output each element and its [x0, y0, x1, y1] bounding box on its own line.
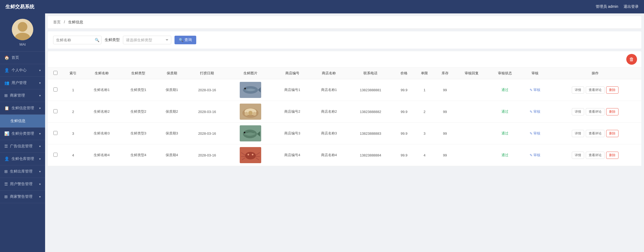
comment-button-0[interactable]: 查看评论 [586, 86, 605, 94]
detail-button-3[interactable]: 详情 [572, 152, 584, 159]
row-img-1 [227, 101, 274, 123]
row-check-0[interactable] [53, 87, 57, 92]
delete-button-1[interactable]: 删除 [606, 108, 618, 115]
fresh-category-icon: 📊 [4, 131, 9, 136]
edit-icon-1: ✎ [530, 110, 533, 114]
product-image-0 [240, 82, 261, 98]
delete-button-2[interactable]: 删除 [606, 130, 618, 137]
row-shelf-life-2: 保质期3 [157, 123, 187, 144]
row-audit-status-3: 通过 [488, 144, 521, 166]
col-stock: 库存 [435, 68, 455, 79]
sidebar-item-outbound[interactable]: ⊞ 生鲜出库管理 ▾ [0, 165, 45, 178]
row-stock-1: 99 [435, 101, 455, 123]
table-row: 2 生鲜名称2 生鲜类型2 保质期2 2028-03-16 商店编号2 商店名称… [48, 101, 641, 123]
status-badge-0: 通过 [501, 88, 508, 92]
row-audit-1[interactable]: ✎ 审核 [521, 101, 549, 123]
product-image-3 [240, 147, 261, 163]
sidebar-label-home: 首页 [12, 55, 19, 60]
query-button[interactable]: 🔍 查询 [174, 36, 196, 44]
logout-button[interactable]: 退出登录 [624, 4, 639, 9]
audit-link-3[interactable]: ✎ 审核 [523, 153, 547, 158]
comment-button-1[interactable]: 查看评论 [586, 108, 605, 115]
sidebar-item-warehouse[interactable]: 👤 生鲜仓库管理 ▾ [0, 153, 45, 165]
row-limit-0: 1 [414, 79, 435, 101]
sidebar-item-merchant-alert[interactable]: ⊞ 商家警告管理 ▾ [0, 191, 45, 203]
sidebar-item-ad-mgmt[interactable]: ☰ 广告信息管理 ▾ [0, 140, 45, 153]
delete-button-3[interactable]: 删除 [606, 152, 618, 159]
table-header-row: 索引 生鲜名称 生鲜类型 保质期 打捞日期 生鲜图片 商店编号 商店名称 联系电… [48, 68, 641, 79]
sidebar-item-profile[interactable]: 👤 个人中心 ▾ [0, 64, 45, 77]
comment-button-2[interactable]: 查看评论 [586, 130, 605, 137]
merchant-alert-icon: ⊞ [4, 194, 8, 199]
row-stock-0: 99 [435, 79, 455, 101]
sidebar-label-profile: 个人中心 [12, 68, 27, 73]
warehouse-icon: 👤 [4, 156, 9, 161]
app-title: 生鲜交易系统 [5, 3, 34, 10]
select-all-checkbox[interactable] [53, 71, 57, 75]
row-store-no-0: 商店编号1 [274, 79, 311, 101]
col-name: 生鲜名称 [83, 68, 120, 79]
status-badge-2: 通过 [501, 131, 508, 135]
sidebar-item-fresh-info[interactable]: 生鲜信息 [0, 115, 45, 127]
edit-icon-3: ✎ [530, 153, 533, 157]
content-area: 🔍 生鲜类型 请选择生鲜类型 🔍 查询 🗑 [45, 31, 644, 252]
sidebar-item-user-mgmt[interactable]: 👥 用户管理 ▾ [0, 77, 45, 89]
product-image-2 [240, 125, 261, 141]
row-check-3[interactable] [53, 153, 57, 157]
svg-point-1 [15, 33, 30, 40]
svg-point-24 [248, 154, 249, 155]
outbound-icon: ⊞ [4, 169, 8, 174]
row-phone-3: 13823888884 [347, 144, 394, 166]
chevron-down-icon6: ▾ [39, 145, 41, 148]
col-harvest-date: 打捞日期 [187, 68, 227, 79]
row-audit-2[interactable]: ✎ 审核 [521, 123, 549, 144]
row-phone-1: 13823888882 [347, 101, 394, 123]
col-audit: 审核 [521, 68, 549, 79]
audit-link-2[interactable]: ✎ 审核 [523, 131, 547, 136]
table-card: 🗑 索引 生鲜名称 生鲜类型 保质期 打捞日期 生鲜图片 商店编号 [48, 51, 641, 166]
col-checkbox [48, 68, 63, 79]
detail-button-1[interactable]: 详情 [572, 108, 584, 115]
chevron-down-icon7: ▾ [39, 157, 41, 161]
row-audit-reply-1 [455, 101, 488, 123]
search-name-input[interactable] [53, 36, 101, 44]
row-harvest-date-0: 2028-03-16 [187, 79, 227, 101]
detail-button-0[interactable]: 详情 [572, 86, 584, 94]
app-header: 生鲜交易系统 管理员 admin 退出登录 [0, 0, 644, 13]
row-actions-3: 详情 查看评论 删除 [549, 144, 641, 166]
col-audit-reply: 审核回复 [455, 68, 488, 79]
status-badge-3: 通过 [501, 153, 508, 157]
audit-link-0[interactable]: ✎ 审核 [523, 87, 547, 92]
row-store-no-1: 商店编号2 [274, 101, 311, 123]
row-check-2[interactable] [53, 131, 57, 135]
sidebar-item-user-alert[interactable]: ☰ 用户警告管理 ▾ [0, 178, 45, 191]
batch-delete-button[interactable]: 🗑 [626, 54, 637, 65]
delete-button-0[interactable]: 删除 [606, 86, 618, 94]
sidebar-item-fresh-info-mgmt[interactable]: 📋 生鲜信息管理 ▾ [0, 102, 45, 115]
row-audit-3[interactable]: ✎ 审核 [521, 144, 549, 166]
admin-label: 管理员 admin [596, 4, 618, 9]
type-label: 生鲜类型 [105, 38, 120, 42]
row-audit-0[interactable]: ✎ 审核 [521, 79, 549, 101]
audit-link-1[interactable]: ✎ 审核 [523, 109, 547, 114]
type-select[interactable]: 请选择生鲜类型 [123, 36, 171, 44]
row-type-1: 生鲜类型2 [120, 101, 157, 123]
row-store-no-3: 商店编号4 [274, 144, 311, 166]
product-image-1 [240, 104, 261, 120]
avatar [12, 19, 33, 40]
sidebar-label-fresh-info-mgmt: 生鲜信息管理 [12, 106, 34, 111]
user-alert-icon: ☰ [4, 182, 8, 187]
row-shelf-life-1: 保质期2 [157, 101, 187, 123]
sidebar-item-fresh-category[interactable]: 📊 生鲜分类管理 ▾ [0, 127, 45, 140]
chevron-down-icon: ▾ [39, 69, 41, 72]
main-layout: MAt 🏠 首页 👤 个人中心 ▾ 👥 用户管理 ▾ ⊞ 商家管理 ▾ 📋 生鲜… [0, 13, 644, 252]
row-check-1[interactable] [53, 109, 57, 113]
detail-button-2[interactable]: 详情 [572, 130, 584, 137]
col-store-no: 商店编号 [274, 68, 311, 79]
sidebar-item-home[interactable]: 🏠 首页 [0, 52, 45, 64]
sidebar-item-merchant-mgmt[interactable]: ⊞ 商家管理 ▾ [0, 89, 45, 102]
row-price-3: 99.9 [394, 144, 414, 166]
breadcrumb-sep: / [64, 20, 65, 24]
sidebar-label-warehouse: 生鲜仓库管理 [12, 156, 34, 161]
comment-button-3[interactable]: 查看评论 [586, 152, 605, 159]
